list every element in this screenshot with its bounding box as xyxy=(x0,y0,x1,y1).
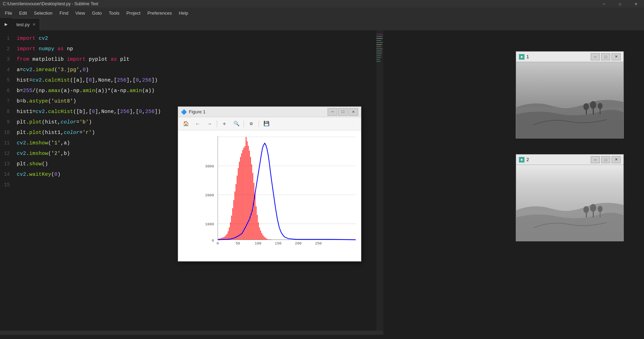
editor-scrollbar[interactable] xyxy=(0,331,383,335)
close-button[interactable]: ✕ xyxy=(628,0,644,8)
menu-item-find[interactable]: Find xyxy=(56,9,72,17)
menubar: FileEditSelectionFindViewGotoToolsProjec… xyxy=(0,8,644,18)
token: (' xyxy=(48,151,54,156)
line-content-10[interactable]: plt.plot(hist1,color='r') xyxy=(17,130,95,135)
token: ) xyxy=(89,119,92,125)
token: - xyxy=(70,88,73,93)
menu-item-help[interactable]: Help xyxy=(175,9,192,17)
token: . xyxy=(26,161,29,167)
zoom-tool-btn[interactable]: 🔍 xyxy=(231,119,242,129)
svg-rect-6 xyxy=(376,46,381,47)
figure-max-btn[interactable]: □ xyxy=(338,108,348,116)
svg-text:250: 250 xyxy=(315,241,322,246)
line-content-11[interactable]: cv2.imshow('1',a) xyxy=(17,140,70,146)
line-content-7[interactable]: b=b.astype('uint8') xyxy=(17,98,76,104)
tab-close-icon[interactable]: ✕ xyxy=(32,22,36,27)
cv2-max-btn-2[interactable]: □ xyxy=(601,156,610,163)
pan-tool-btn[interactable]: ✛ xyxy=(219,119,230,129)
line-content-2[interactable]: import numpy as np xyxy=(17,46,73,52)
svg-point-27 xyxy=(590,204,596,212)
svg-rect-79 xyxy=(259,227,260,240)
svg-rect-8 xyxy=(376,51,382,51)
token: amax xyxy=(48,88,61,93)
cv2-min-btn-1[interactable]: ─ xyxy=(591,53,600,60)
line-content-9[interactable]: plt.plot(hist,color='b') xyxy=(17,119,92,125)
menu-item-edit[interactable]: Edit xyxy=(16,9,30,17)
titlebar: C:\Users\lenovouser\Desktop\test.py - Su… xyxy=(0,0,644,8)
chart-area: 4000 3000 2000 1000 0 xyxy=(178,130,361,261)
svg-rect-86 xyxy=(267,239,268,240)
line-number-3: 3 xyxy=(0,56,17,62)
save-tool-btn[interactable]: 💾 xyxy=(261,119,272,129)
tab-testpy[interactable]: test.py ✕ xyxy=(12,18,40,30)
home-tool-btn[interactable]: 🏠 xyxy=(180,119,191,129)
token: calcHist xyxy=(45,77,70,83)
svg-rect-7 xyxy=(376,48,383,49)
settings-tool-btn[interactable]: ⚙ xyxy=(246,119,257,129)
line-content-8[interactable]: hist1=cv2.calcHist([b],[0],None,[256],[0… xyxy=(17,109,161,114)
svg-text:1000: 1000 xyxy=(205,222,214,226)
line-content-13[interactable]: plt.show() xyxy=(17,161,48,167)
svg-point-29 xyxy=(598,206,603,212)
editor-line-2: 2import numpy as np xyxy=(0,44,383,54)
svg-text:2000: 2000 xyxy=(205,193,214,197)
line-number-8: 8 xyxy=(0,109,17,114)
toolbar-separator-2 xyxy=(244,120,244,127)
svg-text:100: 100 xyxy=(255,241,261,246)
token: (a)) xyxy=(142,88,155,93)
svg-rect-12 xyxy=(376,59,380,60)
svg-rect-51 xyxy=(228,231,229,240)
minimize-button[interactable]: ─ xyxy=(596,0,612,8)
svg-rect-0 xyxy=(376,34,383,35)
menu-item-preferences[interactable]: Preferences xyxy=(144,9,175,17)
line-content-12[interactable]: cv2.imshow('2',b) xyxy=(17,151,70,156)
svg-rect-62 xyxy=(240,157,241,240)
line-content-1[interactable]: import cv2 xyxy=(17,36,48,41)
cv2-close-btn-2[interactable]: ✕ xyxy=(612,156,621,163)
svg-rect-80 xyxy=(260,231,261,240)
tab-arrow[interactable]: ▶ xyxy=(0,18,12,30)
token: 0 xyxy=(92,109,95,114)
token: ([a],[ xyxy=(70,77,89,83)
svg-rect-72 xyxy=(251,164,252,240)
svg-rect-50 xyxy=(227,234,228,240)
svg-rect-60 xyxy=(238,168,239,240)
cv2-close-btn-1[interactable]: ✕ xyxy=(612,53,621,60)
token: = xyxy=(79,130,83,135)
token: (' xyxy=(48,140,54,146)
menu-item-goto[interactable]: Goto xyxy=(89,9,105,17)
line-content-4[interactable]: a=cv2.imread('3.jpg',0) xyxy=(17,67,89,73)
editor-line-4: 4a=cv2.imread('3.jpg',0) xyxy=(0,65,383,75)
cv2-content-2 xyxy=(516,165,623,241)
line-content-5[interactable]: hist=cv2.calcHist([a],[0],None,[256],[0,… xyxy=(17,77,158,83)
menu-item-selection[interactable]: Selection xyxy=(30,9,56,17)
menu-item-tools[interactable]: Tools xyxy=(105,9,123,17)
back-tool-btn[interactable]: ← xyxy=(192,119,203,129)
token: 1 xyxy=(54,140,58,146)
figure-close-btn[interactable]: ✕ xyxy=(348,108,358,116)
token: 2 xyxy=(54,151,58,156)
cv2-max-btn-1[interactable]: □ xyxy=(601,53,610,60)
token: = xyxy=(32,109,36,114)
line-content-3[interactable]: from matplotlib import pyplot as plt xyxy=(17,56,130,62)
token: . xyxy=(26,119,29,125)
menu-item-view[interactable]: View xyxy=(72,9,89,17)
line-number-7: 7 xyxy=(0,98,17,104)
svg-rect-74 xyxy=(254,183,254,240)
line-content-14[interactable]: cv2.waitKey(0) xyxy=(17,172,61,177)
token: 3.jpg xyxy=(61,67,76,73)
menu-item-file[interactable]: File xyxy=(1,9,16,17)
cv2-title-1: 1 xyxy=(527,54,529,59)
forward-tool-btn[interactable]: → xyxy=(204,119,215,129)
line-content-6[interactable]: b=255/(np.amax(a)-np.amin(a))*(a-np.amin… xyxy=(17,88,155,93)
maximize-button[interactable]: □ xyxy=(612,0,628,8)
token: cv2 xyxy=(36,36,48,41)
figure-toolbar: 🏠 ← → ✛ 🔍 ⚙ 💾 xyxy=(178,117,361,130)
token: (' xyxy=(48,98,54,104)
cv2-min-btn-2[interactable]: ─ xyxy=(591,156,600,163)
figure-title: Figure 1 xyxy=(189,109,206,114)
token: (hist1, xyxy=(42,130,64,135)
chart-svg: 4000 3000 2000 1000 0 xyxy=(197,134,358,249)
menu-item-project[interactable]: Project xyxy=(123,9,144,17)
figure-min-btn[interactable]: ─ xyxy=(328,108,337,116)
